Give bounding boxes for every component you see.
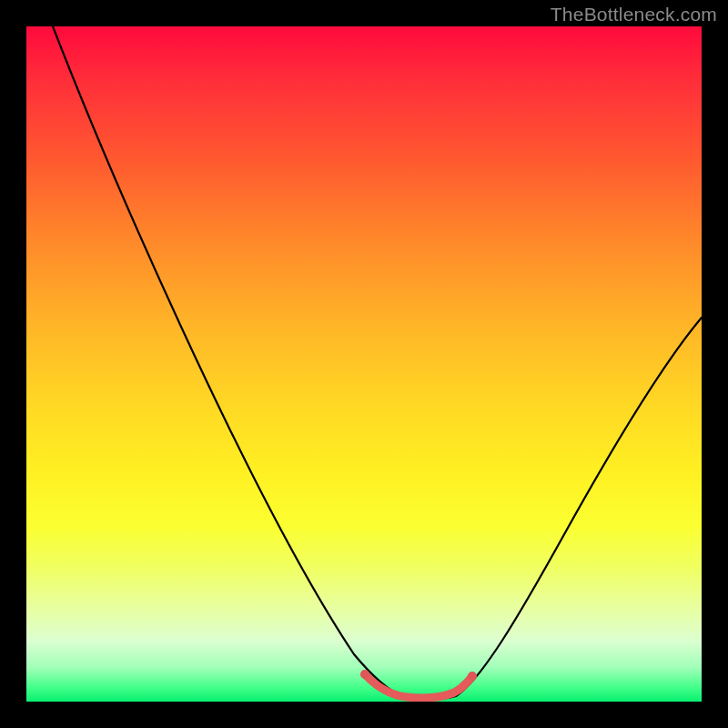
watermark-text: TheBottleneck.com	[551, 4, 717, 25]
chart-frame: TheBottleneck.com	[0, 0, 728, 728]
plot-area	[26, 26, 702, 702]
curve-layer	[26, 26, 702, 702]
bead-right-icon	[468, 672, 477, 681]
main-curve	[53, 26, 702, 699]
valley-highlight	[365, 674, 472, 698]
bead-left-icon	[360, 670, 369, 679]
